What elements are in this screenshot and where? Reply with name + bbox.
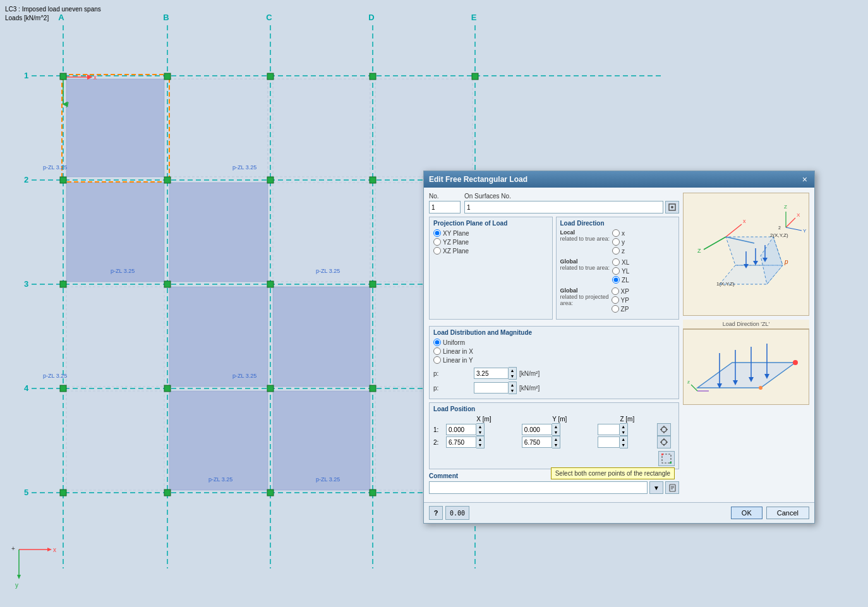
svg-text:x: x	[93, 74, 97, 81]
radio-linx-input[interactable]	[433, 347, 441, 355]
ok-button[interactable]: OK	[731, 507, 763, 519]
dialog-left-panel: No. On Surfaces No.	[429, 193, 679, 497]
rect-picker-button[interactable]	[658, 451, 675, 466]
svg-text:E: E	[471, 13, 477, 22]
lp-r2-x-spinner: ▲ ▼	[446, 436, 522, 448]
svg-rect-47	[164, 177, 171, 183]
radio-uniform-input[interactable]	[433, 339, 441, 346]
p2-spinner: ▲ ▼	[474, 382, 517, 394]
lp-r1-x-up[interactable]: ▲	[476, 424, 484, 430]
p2-down-btn[interactable]: ▼	[509, 388, 516, 394]
no-input[interactable]	[429, 201, 461, 213]
load-position-title: Load Position	[433, 406, 675, 412]
lp-r2-y-up[interactable]: ▲	[552, 436, 560, 442]
lp-r1-x-dn[interactable]: ▼	[476, 430, 484, 435]
comment-dropdown-btn[interactable]: ▼	[649, 481, 663, 494]
comment-attach-btn[interactable]	[665, 481, 679, 494]
svg-rect-32	[66, 391, 164, 490]
lp-r1-pick-btn[interactable]	[657, 423, 671, 436]
cancel-button[interactable]: Cancel	[766, 507, 809, 519]
dialog-right-panel: Z x 1(X,Y,Z) 2(X,Y,Z) p	[683, 193, 809, 497]
svg-text:5: 5	[24, 488, 28, 497]
lp-r1-x-btns: ▲ ▼	[476, 423, 485, 436]
svg-rect-51	[60, 281, 66, 287]
svg-rect-20	[66, 79, 164, 177]
svg-text:p-ZL 3.25: p-ZL 3.25	[316, 268, 340, 274]
p1-up-btn[interactable]: ▲	[509, 368, 516, 373]
radio-liny-input[interactable]	[433, 356, 441, 364]
lp-r1-z-input[interactable]	[598, 424, 620, 435]
p1-down-btn[interactable]: ▼	[509, 373, 516, 379]
help-button[interactable]: ?	[429, 506, 443, 520]
lp-r1-z-up[interactable]: ▲	[620, 424, 627, 430]
radio-lx-input[interactable]	[612, 229, 620, 237]
lp-r2-x-up[interactable]: ▲	[476, 436, 484, 442]
lp-r2-z-dn[interactable]: ▼	[620, 442, 627, 448]
svg-rect-29	[169, 287, 268, 387]
p2-up-btn[interactable]: ▲	[509, 382, 516, 388]
lp-r2-x-dn[interactable]: ▼	[476, 442, 484, 448]
surfaces-select-button[interactable]	[665, 201, 679, 213]
radio-xl: XL	[612, 258, 629, 266]
svg-text:p-ZL 3.25: p-ZL 3.25	[208, 476, 232, 483]
bottom-right-buttons: OK Cancel	[731, 507, 809, 519]
p2-input[interactable]	[474, 382, 509, 394]
dialog-bottom-bar: ? 0.00 OK Cancel	[424, 502, 814, 523]
lp-r2-x-input[interactable]	[446, 436, 476, 448]
dialog-title: Edit Free Rectangular Load	[429, 175, 527, 184]
svg-text:3: 3	[24, 279, 28, 289]
radio-yz-input[interactable]	[433, 238, 441, 246]
radio-zp-input[interactable]	[612, 305, 619, 313]
svg-point-94	[661, 454, 663, 455]
radio-zl-input[interactable]	[612, 276, 620, 284]
radio-zp-label: ZP	[621, 306, 629, 313]
lp-row2-label: 2:	[433, 436, 446, 448]
lp-r2-y-input[interactable]	[522, 436, 552, 448]
lp-r2-y-dn[interactable]: ▼	[552, 442, 560, 448]
lp-r1-y-dn[interactable]: ▼	[552, 430, 560, 435]
lp-r2-z-up[interactable]: ▲	[620, 436, 627, 442]
lp-r1-z-spinner: ▲ ▼	[598, 423, 657, 436]
svg-marker-75	[47, 548, 52, 551]
load-direction-title: Load Direction	[560, 220, 675, 227]
svg-text:p: p	[784, 258, 788, 265]
lp-r1-y-input[interactable]	[522, 424, 552, 435]
svg-text:x: x	[53, 546, 56, 553]
radio-xp-input[interactable]	[612, 287, 619, 295]
radio-yz-label: YZ Plane	[443, 239, 469, 246]
radio-xl-input[interactable]	[612, 258, 620, 266]
svg-rect-36	[62, 75, 169, 182]
radio-yl-input[interactable]	[612, 267, 620, 275]
lp-r1-z-dn[interactable]: ▼	[620, 430, 627, 435]
dialog-titlebar: Edit Free Rectangular Load ×	[424, 171, 814, 188]
radio-xz-label: XZ Plane	[443, 248, 469, 255]
p1-spinner: ▲ ▼	[474, 367, 517, 380]
zero-button[interactable]: 0.00	[445, 506, 469, 520]
svg-point-95	[670, 462, 672, 464]
radio-ly-input[interactable]	[612, 238, 620, 246]
radio-lz: z	[612, 247, 625, 255]
svg-text:p-ZL 3.25: p-ZL 3.25	[232, 373, 256, 379]
radio-xz-input[interactable]	[433, 247, 441, 255]
distribution-title: Load Distribution and Magnitude	[433, 329, 675, 336]
p1-input[interactable]	[474, 368, 509, 379]
comment-input[interactable]	[429, 481, 648, 494]
lp-r2-pick-btn[interactable]	[657, 436, 671, 448]
lp-r2-z-input[interactable]	[598, 436, 620, 448]
p2-row: p: ▲ ▼ [kN/m²]	[433, 382, 675, 394]
svg-point-139	[759, 386, 763, 390]
radio-yp-input[interactable]	[612, 296, 619, 304]
radio-lx: x	[612, 229, 625, 237]
surfaces-input[interactable]	[464, 201, 663, 213]
radio-zl: ZL	[612, 276, 629, 284]
svg-rect-59	[370, 385, 376, 392]
ld-local-group: Local related to true area: x	[560, 229, 675, 256]
lp-r1-x-input[interactable]	[446, 424, 476, 435]
radio-lz-input[interactable]	[612, 247, 620, 255]
top-fields: No. On Surfaces No.	[429, 193, 679, 213]
lp-r1-y-up[interactable]: ▲	[552, 424, 560, 430]
radio-xy-input[interactable]	[433, 229, 441, 237]
dialog-close-button[interactable]: ×	[800, 174, 809, 184]
svg-text:p-ZL 3.25: p-ZL 3.25	[232, 164, 256, 171]
surfaces-label: On Surfaces No.	[464, 193, 679, 200]
